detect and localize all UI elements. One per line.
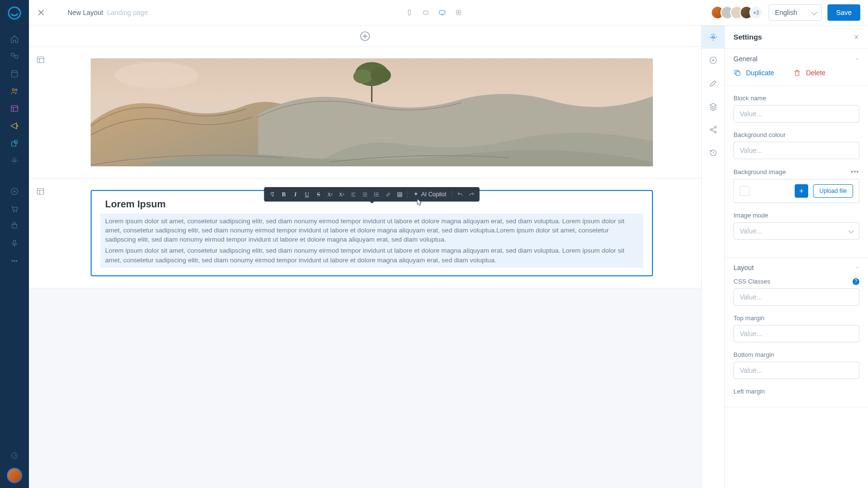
bg-image-label: Background image ••• (733, 168, 859, 176)
tab-settings[interactable] (702, 26, 725, 49)
collaborator-avatars[interactable]: +2 (711, 6, 763, 19)
format-bold[interactable]: B (278, 189, 289, 200)
nav-orders[interactable] (0, 65, 29, 82)
nav-add[interactable] (0, 183, 29, 200)
viewport-tablet[interactable] (419, 7, 433, 18)
tab-add[interactable] (702, 49, 725, 72)
section-handle[interactable] (29, 47, 52, 178)
tab-layers[interactable] (702, 95, 725, 118)
brand-logo[interactable] (0, 0, 29, 26)
bg-image-more-icon[interactable]: ••• (851, 168, 859, 176)
cursor-icon (416, 198, 423, 206)
redo-button[interactable] (466, 189, 477, 200)
image-mode-label: Image mode (733, 212, 859, 219)
save-button[interactable]: Save (827, 4, 860, 21)
block-name-input[interactable] (733, 105, 859, 122)
add-section-button[interactable] (29, 26, 701, 47)
svg-point-24 (115, 62, 199, 89)
nav-content[interactable] (0, 100, 29, 117)
bg-color-input[interactable] (733, 142, 859, 159)
top-margin-label: Top margin (733, 314, 859, 322)
close-icon[interactable] (37, 8, 45, 17)
format-subscript[interactable]: X2 (336, 189, 347, 200)
svg-rect-6 (12, 142, 16, 146)
hero-image[interactable] (91, 58, 653, 166)
nav-catalogues[interactable] (0, 48, 29, 65)
nav-shop[interactable] (0, 200, 29, 217)
svg-rect-12 (14, 240, 16, 244)
format-strikethrough[interactable]: S (313, 189, 324, 200)
format-italic[interactable]: I (290, 189, 300, 200)
tab-history[interactable] (702, 141, 725, 164)
text-toolbar: B I U S X2 X2 (264, 187, 479, 202)
format-indent[interactable] (359, 189, 370, 200)
format-list[interactable] (371, 189, 381, 200)
svg-rect-2 (15, 55, 18, 58)
settings-title: Settings (733, 33, 762, 41)
language-select[interactable]: English (769, 4, 822, 21)
layout-title: New Layout (68, 9, 103, 16)
group-general-header[interactable]: General (725, 49, 868, 69)
group-layout-header[interactable]: Layout (725, 258, 868, 278)
undo-button[interactable] (455, 189, 465, 200)
tab-edit[interactable] (702, 72, 725, 95)
viewport-desktop[interactable] (435, 7, 449, 18)
delete-button[interactable]: Delete (793, 69, 825, 77)
avatar-more: +2 (749, 6, 763, 19)
css-classes-label: CSS Classes ? (733, 278, 859, 285)
svg-point-36 (714, 126, 716, 128)
format-table[interactable] (394, 189, 405, 200)
section-image (29, 47, 701, 178)
close-settings-icon[interactable] (854, 34, 859, 40)
viewport-mobile[interactable] (403, 7, 416, 18)
nav-mic[interactable] (0, 235, 29, 252)
nav-marketing[interactable] (0, 117, 29, 135)
svg-point-10 (14, 211, 14, 212)
nav-customers[interactable] (0, 82, 29, 100)
nav-more[interactable] (0, 252, 29, 270)
layout-subtitle: Landing page (107, 9, 148, 16)
format-superscript[interactable]: X2 (325, 189, 335, 200)
svg-point-37 (710, 129, 712, 131)
nav-cart[interactable] (0, 217, 29, 235)
format-align[interactable] (348, 189, 358, 200)
text-paragraph[interactable]: Lorem ipsum dolor sit amet, consetetur s… (105, 217, 638, 244)
text-block-selected[interactable]: B I U S X2 X2 (91, 190, 653, 276)
format-paragraph[interactable] (267, 189, 277, 200)
topbar: New Layout Landing page +2 English Save (29, 0, 868, 26)
format-link[interactable] (382, 189, 393, 200)
svg-point-3 (13, 89, 15, 91)
svg-rect-33 (397, 192, 402, 197)
block-name-label: Block name (733, 95, 859, 102)
svg-point-31 (374, 194, 375, 194)
svg-point-13 (12, 260, 13, 261)
bottom-margin-label: Bottom margin (733, 351, 859, 358)
css-classes-input[interactable] (733, 288, 859, 306)
svg-rect-5 (11, 106, 18, 111)
nav-help[interactable] (0, 448, 29, 463)
left-margin-label: Left margin (733, 388, 859, 395)
svg-rect-1 (11, 53, 14, 56)
upload-file-button[interactable]: Upload file (813, 184, 853, 198)
top-margin-input[interactable] (733, 325, 859, 342)
viewport-list[interactable] (452, 7, 465, 18)
svg-point-28 (371, 68, 391, 83)
add-image-button[interactable] (795, 184, 808, 198)
settings-panel: Settings General Duplicate (724, 26, 868, 488)
svg-rect-17 (408, 10, 411, 15)
format-underline[interactable]: U (301, 189, 312, 200)
nav-settings[interactable] (0, 152, 29, 169)
text-paragraph[interactable]: Lorem ipsum dolor sit amet, consetetur s… (105, 246, 638, 264)
svg-point-16 (12, 453, 17, 459)
bottom-margin-input[interactable] (733, 362, 859, 379)
image-mode-select[interactable]: Value... (733, 222, 859, 240)
svg-rect-18 (423, 11, 428, 14)
help-icon[interactable]: ? (853, 278, 859, 285)
nav-home[interactable] (0, 30, 29, 48)
svg-point-15 (16, 260, 17, 261)
nav-extensions[interactable] (0, 135, 29, 152)
duplicate-button[interactable]: Duplicate (733, 69, 774, 77)
section-handle[interactable] (29, 178, 52, 288)
tab-share[interactable] (702, 118, 725, 141)
user-avatar[interactable] (7, 468, 22, 483)
